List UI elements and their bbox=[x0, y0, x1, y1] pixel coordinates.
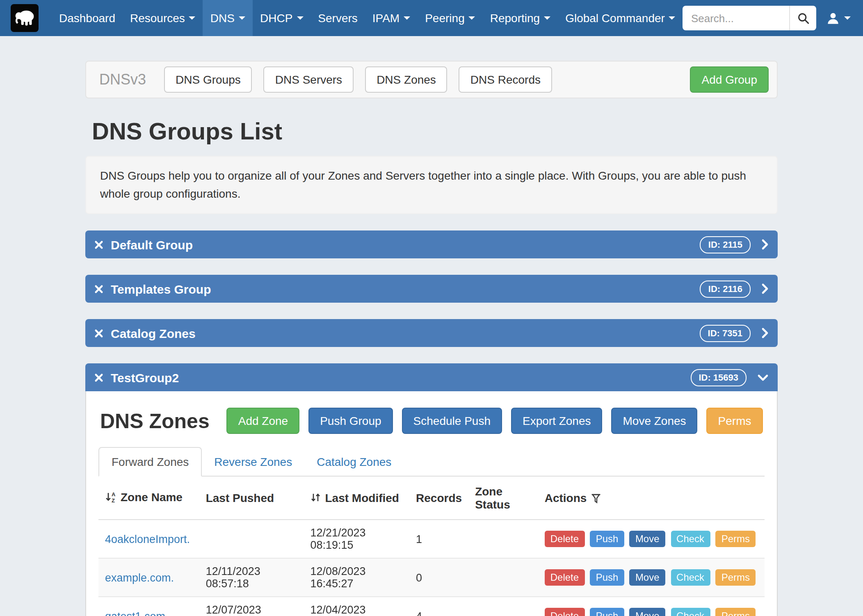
add-group-button[interactable]: Add Group bbox=[690, 66, 769, 93]
caret-down-icon bbox=[669, 16, 676, 20]
group-id-badge: ID: 2115 bbox=[700, 236, 751, 253]
dnsv3-label: DNSv3 bbox=[94, 71, 146, 88]
last-pushed-cell: 12/11/2023 08:57:18 bbox=[199, 559, 304, 597]
perms-row-button[interactable]: Perms bbox=[716, 531, 756, 548]
move-button[interactable]: Move bbox=[630, 608, 665, 616]
nav-item-dns[interactable]: DNS bbox=[203, 0, 253, 36]
dns-records-button[interactable]: DNS Records bbox=[459, 66, 552, 93]
schedule-push-button[interactable]: Schedule Push bbox=[402, 408, 502, 434]
caret-down-icon bbox=[544, 16, 550, 20]
zone-status-cell bbox=[468, 597, 538, 616]
dnsv3-toolbar: DNSv3 DNS Groups DNS Servers DNS Zones D… bbox=[85, 61, 778, 98]
group-bar-right: ID: 2116 bbox=[700, 281, 769, 297]
zone-status-cell bbox=[468, 559, 538, 597]
remove-group-icon[interactable] bbox=[94, 329, 103, 338]
zones-table: AZ Zone Name Last Pushed bbox=[98, 477, 765, 616]
table-row: 4oakcloneImport. 12/21/2023 08:19:15 1 D… bbox=[98, 520, 765, 559]
nav-label: IPAM bbox=[372, 11, 400, 25]
perms-row-button[interactable]: Perms bbox=[716, 570, 756, 586]
nav-item-resources[interactable]: Resources bbox=[123, 0, 203, 36]
check-button[interactable]: Check bbox=[671, 608, 710, 616]
move-zones-button[interactable]: Move Zones bbox=[612, 408, 698, 434]
remove-group-icon[interactable] bbox=[94, 285, 103, 294]
col-label: Last Pushed bbox=[206, 492, 274, 505]
col-zone-status[interactable]: Zone Status bbox=[468, 477, 538, 520]
nav-item-peering[interactable]: Peering bbox=[418, 0, 483, 36]
user-icon bbox=[826, 11, 840, 25]
delete-button[interactable]: Delete bbox=[545, 531, 584, 548]
check-button[interactable]: Check bbox=[671, 570, 710, 586]
chevron-right-icon[interactable] bbox=[761, 283, 769, 295]
perms-row-button[interactable]: Perms bbox=[716, 608, 756, 616]
nav-item-global-commander[interactable]: Global Commander bbox=[558, 0, 683, 36]
chevron-right-icon[interactable] bbox=[761, 328, 769, 339]
col-zone-name[interactable]: AZ Zone Name bbox=[98, 477, 199, 520]
nav-item-dashboard[interactable]: Dashboard bbox=[52, 0, 123, 36]
nav-item-reporting[interactable]: Reporting bbox=[483, 0, 558, 36]
svg-text:A: A bbox=[112, 492, 116, 498]
group-name: TestGroup2 bbox=[111, 371, 179, 385]
nav-label: Reporting bbox=[490, 11, 540, 25]
user-menu[interactable] bbox=[825, 11, 853, 25]
svg-text:Z: Z bbox=[112, 498, 115, 503]
nav-label: Servers bbox=[318, 11, 357, 25]
zones-header: DNS Zones Add Zone Push Group Schedule P… bbox=[100, 408, 765, 434]
sort-alpha-down-icon[interactable]: AZ bbox=[105, 492, 116, 503]
perms-button[interactable]: Perms bbox=[707, 408, 763, 434]
zone-name-link[interactable]: example.com. bbox=[105, 572, 174, 584]
col-last-pushed[interactable]: Last Pushed bbox=[199, 477, 304, 520]
group-name: Default Group bbox=[111, 238, 193, 252]
sort-icon[interactable] bbox=[310, 492, 321, 503]
zone-name-link[interactable]: qatest1.com. bbox=[105, 610, 169, 616]
last-modified-cell: 12/04/2023 14:51:06 bbox=[304, 597, 410, 616]
page-title: DNS Groups List bbox=[92, 118, 778, 145]
push-button[interactable]: Push bbox=[590, 608, 624, 616]
dns-zones-button[interactable]: DNS Zones bbox=[365, 66, 447, 93]
col-records[interactable]: Records bbox=[409, 477, 468, 520]
app-root: Dashboard Resources DNS DHCP Servers IPA… bbox=[0, 0, 863, 616]
group-bar-templates-group[interactable]: Templates Group ID: 2116 bbox=[85, 275, 778, 303]
tab-forward-zones[interactable]: Forward Zones bbox=[98, 447, 202, 477]
delete-button[interactable]: Delete bbox=[545, 570, 584, 586]
push-button[interactable]: Push bbox=[590, 531, 624, 548]
zones-tabs: Forward Zones Reverse Zones Catalog Zone… bbox=[98, 447, 765, 477]
dns-groups-button[interactable]: DNS Groups bbox=[164, 66, 252, 93]
check-button[interactable]: Check bbox=[671, 531, 710, 548]
group-bar-default-group[interactable]: Default Group ID: 2115 bbox=[85, 231, 778, 259]
move-button[interactable]: Move bbox=[630, 531, 665, 548]
records-cell: 4 bbox=[409, 597, 468, 616]
search-button[interactable] bbox=[790, 6, 817, 30]
search-icon bbox=[797, 12, 810, 24]
remove-group-icon[interactable] bbox=[94, 240, 103, 249]
table-row: qatest1.com. 12/07/2023 19:40:07 12/04/2… bbox=[98, 597, 765, 616]
nav-item-dhcp[interactable]: DHCP bbox=[253, 0, 310, 36]
add-zone-button[interactable]: Add Zone bbox=[227, 408, 299, 434]
move-button[interactable]: Move bbox=[630, 570, 665, 586]
push-button[interactable]: Push bbox=[590, 570, 624, 586]
nav-label: Peering bbox=[425, 11, 465, 25]
filter-icon[interactable] bbox=[591, 493, 601, 504]
col-label: Zone Status bbox=[475, 485, 532, 511]
last-modified-cell: 12/08/2023 16:45:27 bbox=[304, 559, 410, 597]
chevron-down-icon[interactable] bbox=[757, 374, 769, 381]
col-last-modified[interactable]: Last Modified bbox=[304, 477, 410, 520]
push-group-button[interactable]: Push Group bbox=[308, 408, 393, 434]
delete-button[interactable]: Delete bbox=[545, 608, 584, 616]
tab-reverse-zones[interactable]: Reverse Zones bbox=[202, 448, 304, 476]
nav-item-ipam[interactable]: IPAM bbox=[365, 0, 418, 36]
group-bar-catalog-zones[interactable]: Catalog Zones ID: 7351 bbox=[85, 319, 778, 347]
chevron-right-icon[interactable] bbox=[761, 239, 769, 251]
zone-name-link[interactable]: 4oakcloneImport. bbox=[105, 533, 190, 545]
records-cell: 1 bbox=[409, 520, 468, 559]
group-id-badge: ID: 15693 bbox=[690, 369, 747, 386]
mammoth-logo[interactable] bbox=[11, 4, 39, 32]
nav-item-servers[interactable]: Servers bbox=[310, 0, 365, 36]
group-bar-right: ID: 7351 bbox=[700, 325, 769, 342]
dns-servers-button[interactable]: DNS Servers bbox=[264, 66, 354, 93]
group-bar-testgroup2[interactable]: TestGroup2 ID: 15693 bbox=[85, 364, 778, 392]
tab-catalog-zones[interactable]: Catalog Zones bbox=[304, 448, 404, 476]
search-input[interactable] bbox=[683, 6, 790, 30]
remove-group-icon[interactable] bbox=[94, 373, 103, 382]
export-zones-button[interactable]: Export Zones bbox=[511, 408, 603, 434]
caret-down-icon bbox=[404, 16, 410, 20]
